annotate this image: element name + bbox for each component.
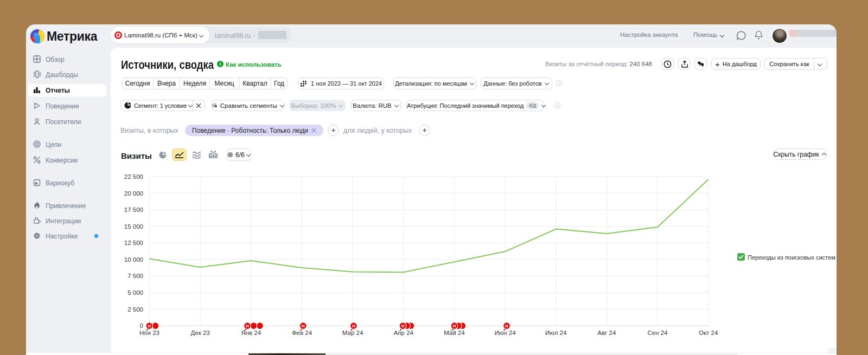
svg-text:Фев 24: Фев 24 — [292, 330, 312, 336]
svg-text:2 500: 2 500 — [127, 306, 143, 313]
svg-text:17 500: 17 500 — [124, 206, 143, 213]
svg-text:Н: Н — [246, 324, 248, 328]
svg-text:12 500: 12 500 — [124, 240, 143, 246]
svg-text:Июл 24: Июл 24 — [545, 330, 567, 336]
svg-text:5 000: 5 000 — [127, 289, 143, 296]
svg-text:10 000: 10 000 — [124, 256, 143, 263]
svg-text:Н: Н — [352, 324, 355, 328]
svg-text:Апр 24: Апр 24 — [394, 330, 414, 336]
svg-text:Ноя 23: Ноя 23 — [139, 330, 159, 336]
svg-text:Мар 24: Мар 24 — [342, 330, 363, 336]
svg-text:7 500: 7 500 — [127, 273, 143, 279]
svg-text:0: 0 — [140, 322, 143, 329]
svg-text:20 000: 20 000 — [124, 190, 143, 197]
svg-text:15 000: 15 000 — [124, 223, 143, 230]
svg-text:Н: Н — [148, 324, 151, 328]
svg-text:22 500: 22 500 — [124, 173, 143, 180]
svg-text:Авг 24: Авг 24 — [597, 330, 616, 336]
svg-text:Н: Н — [401, 324, 404, 328]
svg-text:Июн 24: Июн 24 — [494, 330, 516, 336]
svg-text:Дек 23: Дек 23 — [190, 330, 209, 336]
svg-text:Н: Н — [453, 324, 456, 328]
svg-text:Янв 24: Янв 24 — [241, 330, 261, 336]
svg-text:Н: Н — [505, 324, 508, 328]
svg-text:Н: Н — [302, 324, 304, 328]
svg-text:Сен 24: Сен 24 — [647, 330, 668, 336]
svg-text:Май 24: Май 24 — [444, 330, 465, 336]
svg-text:Окт 24: Окт 24 — [699, 330, 718, 336]
